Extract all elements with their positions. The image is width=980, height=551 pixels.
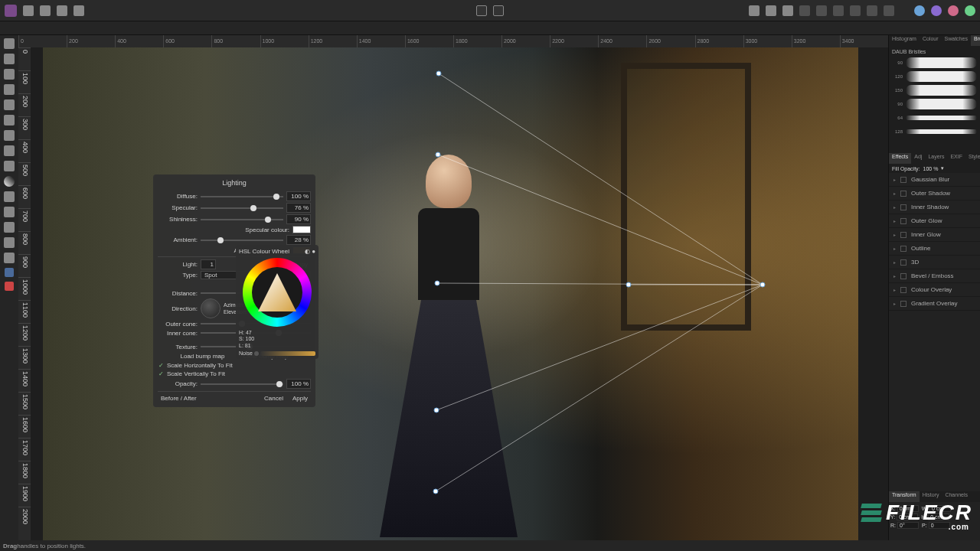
effect-gaussian-blur[interactable]: Gaussian Blur — [889, 173, 980, 187]
specular-slider[interactable] — [201, 204, 283, 212]
effect-inner-glow[interactable]: Inner Glow — [889, 228, 980, 242]
effect-outer-glow[interactable]: Outer Glow — [889, 214, 980, 228]
ruler-horizontal: 0200400600800100012001400160018002000220… — [18, 35, 888, 47]
zoom-tool-icon[interactable] — [4, 253, 15, 263]
opacity-value[interactable]: 100 % — [286, 379, 311, 389]
tab-styles[interactable]: Styles — [965, 153, 980, 164]
brush-item[interactable]: 64 — [890, 111, 978, 125]
align-center-icon[interactable] — [766, 5, 776, 16]
brush-item[interactable]: 120 — [890, 70, 978, 83]
effect--d[interactable]: 3D — [889, 256, 980, 269]
align-left-icon[interactable] — [749, 5, 760, 16]
shape-tool-icon[interactable] — [4, 222, 15, 233]
light-label: Light: — [158, 261, 198, 268]
brush-item[interactable]: 128 — [890, 125, 978, 139]
background-swatch-icon[interactable] — [5, 282, 14, 291]
direction-orb[interactable] — [201, 298, 220, 318]
persona-photo-icon[interactable] — [914, 5, 925, 16]
flip-h-icon[interactable] — [867, 5, 877, 16]
tab-layers[interactable]: Layers — [925, 153, 947, 164]
noise-slider[interactable] — [260, 351, 315, 356]
load-bump-button[interactable]: Load bump map — [178, 352, 228, 360]
brush-item[interactable]: 150 — [890, 83, 978, 97]
effect-bevel-emboss[interactable]: Bevel / Emboss — [889, 269, 980, 283]
specular-colour-swatch[interactable] — [292, 226, 311, 233]
effect-outline[interactable]: Outline — [889, 242, 980, 256]
effect-inner-shadow[interactable]: Inner Shadow — [889, 201, 980, 214]
document-icon[interactable] — [23, 5, 34, 16]
panel-tabs-mid[interactable]: EffectsAdjLayersEXIFStyles — [889, 153, 980, 164]
context-toolbar — [0, 21, 980, 35]
diffuse-value[interactable]: 100 % — [286, 191, 311, 201]
selection-mode-icon[interactable] — [493, 5, 504, 16]
persona-export-icon[interactable] — [965, 5, 975, 16]
info-icon[interactable] — [476, 5, 487, 16]
dodge-tool-icon[interactable] — [4, 145, 15, 156]
specular-value[interactable]: 76 % — [286, 203, 311, 213]
before-after-button[interactable]: Before / After — [158, 394, 200, 403]
arrange-icon[interactable] — [799, 5, 810, 16]
shininess-value[interactable]: 90 % — [286, 214, 311, 224]
persona-develop-icon[interactable] — [948, 5, 959, 16]
opacity-slider[interactable] — [201, 380, 283, 388]
status-bar: Drag handles to position lights. — [0, 540, 980, 551]
effects-panel[interactable]: Fill Opacity:100 %▾ Gaussian BlurOuter S… — [889, 164, 980, 491]
scale-h-label: Scale Horizontally To Fit — [167, 362, 233, 369]
colour-wheel-title[interactable]: HSL Colour Wheel — [239, 248, 289, 255]
align-right-icon[interactable] — [782, 5, 793, 16]
blur-tool-icon[interactable] — [4, 130, 15, 141]
ambient-value[interactable]: 28 % — [286, 235, 311, 245]
brushes-panel[interactable]: DAUB Bristles 901201509064128 — [889, 46, 980, 153]
light-value[interactable]: 1 — [201, 259, 216, 269]
opacity-label: Opacity: — [158, 380, 198, 387]
tab-brushes[interactable]: Brushes — [971, 35, 980, 46]
tab-adj[interactable]: Adj — [911, 153, 925, 164]
forward-icon[interactable] — [833, 5, 844, 16]
texture-label: Texture: — [158, 344, 198, 350]
brush-tool-icon[interactable] — [4, 84, 15, 95]
text-tool-icon[interactable] — [4, 237, 15, 248]
effect-outer-shadow[interactable]: Outer Shadow — [889, 187, 980, 201]
persona-liquify-icon[interactable] — [931, 5, 942, 16]
apply-button[interactable]: Apply — [289, 394, 311, 403]
group-icon[interactable] — [816, 5, 827, 16]
flip-v-icon[interactable] — [884, 5, 894, 16]
move-tool-icon[interactable] — [4, 38, 15, 49]
tab-effects[interactable]: Effects — [889, 153, 911, 164]
heal-tool-icon[interactable] — [4, 115, 15, 126]
fill-tool-icon[interactable] — [4, 191, 15, 202]
diffuse-slider[interactable] — [201, 193, 283, 201]
share-icon[interactable] — [74, 5, 84, 16]
colour-wheel[interactable] — [243, 258, 312, 327]
panel-tabs-top[interactable]: HistogramColourSwatchesBrushes — [889, 35, 980, 46]
brush-set-label[interactable]: DAUB Bristles — [890, 47, 978, 56]
ruler-vertical: 0100200300400500600700800900100011001200… — [18, 47, 31, 540]
scale-h-check[interactable]: ✓ — [158, 363, 164, 369]
gear-icon[interactable] — [40, 5, 51, 16]
selection-tool-icon[interactable] — [4, 54, 15, 64]
clipboard-icon[interactable] — [57, 5, 67, 16]
distance-label: Distance: — [158, 290, 198, 297]
effect-gradient-overlay[interactable]: Gradient Overlay — [889, 297, 980, 311]
brush-item[interactable]: 90 — [890, 97, 978, 111]
colour-wheel-panel[interactable]: HSL Colour Wheel◐ ● H: 47 S: 100 L: 81 N… — [236, 245, 318, 359]
tab-colour[interactable]: Colour — [920, 35, 942, 46]
pen-tool-icon[interactable] — [4, 207, 15, 217]
tab-swatches[interactable]: Swatches — [942, 35, 971, 46]
shininess-slider[interactable] — [201, 216, 283, 223]
tab-histogram[interactable]: Histogram — [889, 35, 920, 46]
cancel-button[interactable]: Cancel — [261, 394, 286, 403]
crop-tool-icon[interactable] — [4, 69, 15, 80]
foreground-swatch-icon[interactable] — [5, 268, 14, 277]
eraser-tool-icon[interactable] — [4, 161, 15, 171]
tab-exif[interactable]: EXIF — [947, 153, 965, 164]
ambient-slider[interactable] — [201, 236, 283, 244]
backward-icon[interactable] — [850, 5, 861, 16]
brush-item[interactable]: 90 — [890, 56, 978, 70]
scale-v-check[interactable]: ✓ — [158, 371, 164, 377]
gradient-tool-icon[interactable] — [4, 176, 15, 187]
effect-colour-overlay[interactable]: Colour Overlay — [889, 283, 980, 297]
right-panels: HistogramColourSwatchesBrushes DAUB Bris… — [888, 35, 980, 540]
fill-opacity-value[interactable]: 100 % — [923, 166, 939, 171]
clone-tool-icon[interactable] — [4, 99, 15, 110]
